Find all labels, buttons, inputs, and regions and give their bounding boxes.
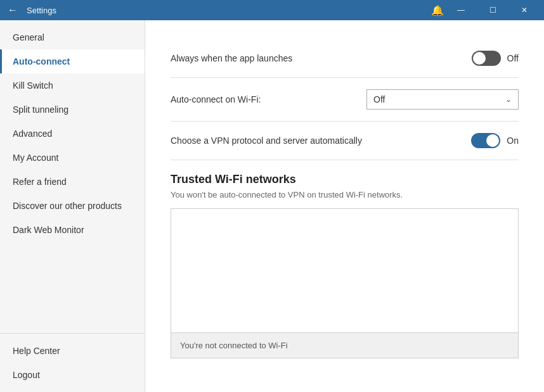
- wifi-connection-status: You're not connected to Wi-Fi: [171, 332, 518, 358]
- vpn-protocol-right: On: [471, 133, 519, 148]
- chevron-down-icon: ⌄: [505, 95, 512, 104]
- always-launch-label: Always when the app launches: [171, 53, 292, 63]
- trusted-wifi-networks-list: [171, 209, 518, 332]
- always-launch-toggle-label: Off: [507, 53, 519, 63]
- title-bar: ← Settings 🔔 — ☐ ✕: [0, 0, 544, 20]
- sidebar-item-logout[interactable]: Logout: [0, 363, 145, 387]
- trusted-wifi-box: You're not connected to Wi-Fi: [171, 208, 519, 358]
- always-launch-right: Off: [472, 51, 519, 66]
- app-body: General Auto-connect Kill Switch Split t…: [0, 20, 544, 392]
- content-area: Always when the app launches Off Auto-co…: [145, 20, 544, 392]
- always-launch-toggle[interactable]: [472, 51, 501, 66]
- sidebar-item-my-account[interactable]: My Account: [0, 146, 145, 170]
- close-button[interactable]: ✕: [510, 0, 539, 20]
- sidebar-bottom: Help Center Logout: [0, 333, 145, 387]
- setting-row-always-launch: Always when the app launches Off: [171, 39, 519, 78]
- trusted-wifi-title: Trusted Wi-Fi networks: [171, 173, 519, 186]
- sidebar-item-split-tunneling[interactable]: Split tunneling: [0, 98, 145, 122]
- bell-icon[interactable]: 🔔: [431, 4, 444, 16]
- auto-connect-wifi-dropdown[interactable]: Off ⌄: [366, 89, 519, 110]
- sidebar-item-discover-products[interactable]: Discover our other products: [0, 194, 145, 218]
- title-bar-left: ← Settings: [5, 4, 56, 16]
- vpn-protocol-toggle[interactable]: [471, 133, 500, 148]
- setting-row-vpn-protocol: Choose a VPN protocol and server automat…: [171, 122, 519, 160]
- setting-row-auto-connect-wifi: Auto-connect on Wi-Fi: Off ⌄: [171, 78, 519, 122]
- vpn-protocol-label: Choose a VPN protocol and server automat…: [171, 136, 362, 146]
- minimize-button[interactable]: —: [446, 0, 476, 20]
- title-bar-right: 🔔 — ☐ ✕: [431, 0, 539, 20]
- auto-connect-wifi-label: Auto-connect on Wi-Fi:: [171, 94, 261, 104]
- sidebar-item-general[interactable]: General: [0, 25, 145, 49]
- sidebar-item-dark-web-monitor[interactable]: Dark Web Monitor: [0, 218, 145, 242]
- sidebar: General Auto-connect Kill Switch Split t…: [0, 20, 145, 392]
- sidebar-item-refer-a-friend[interactable]: Refer a friend: [0, 170, 145, 194]
- sidebar-item-kill-switch[interactable]: Kill Switch: [0, 73, 145, 98]
- vpn-protocol-toggle-label: On: [507, 136, 519, 146]
- title-bar-title: Settings: [27, 6, 56, 15]
- maximize-button[interactable]: ☐: [478, 0, 507, 20]
- sidebar-item-auto-connect[interactable]: Auto-connect: [0, 49, 145, 73]
- trusted-wifi-section: Trusted Wi-Fi networks You won't be auto…: [171, 173, 519, 358]
- sidebar-item-advanced[interactable]: Advanced: [0, 122, 145, 146]
- back-button[interactable]: ←: [5, 4, 20, 16]
- sidebar-item-help-center[interactable]: Help Center: [0, 339, 145, 363]
- dropdown-value: Off: [373, 94, 385, 104]
- trusted-wifi-subtitle: You won't be auto-connected to VPN on tr…: [171, 190, 519, 199]
